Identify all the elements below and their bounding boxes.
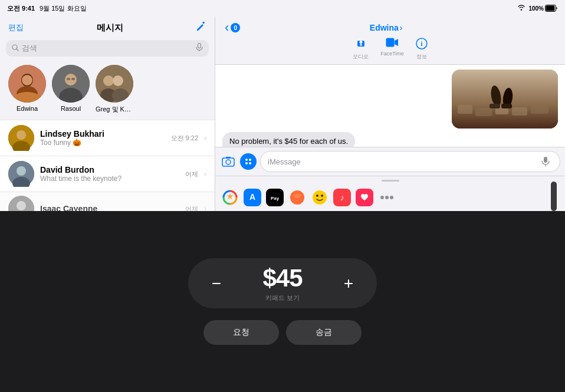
svg-point-25 (17, 166, 26, 176)
info-label: 정보 (416, 53, 427, 61)
chevron-right-icon: › (204, 134, 206, 142)
sidebar-title: 메시지 (97, 22, 123, 34)
pinned-contacts: Edwina Rasoul (0, 61, 215, 120)
svg-rect-48 (226, 157, 231, 159)
strip-genmoji-icon[interactable] (311, 189, 329, 206)
audio-input-button[interactable] (538, 154, 553, 169)
decrement-button[interactable]: − (206, 273, 227, 294)
message-name-lindsey: Lindsey Bukhari (40, 129, 165, 139)
bubble-incoming: No problem, it's $45 for each of us. (222, 132, 355, 147)
svg-rect-1 (546, 6, 555, 11)
strip-photos-icon[interactable] (221, 189, 239, 206)
svg-point-31 (359, 41, 362, 44)
pinned-contact-edwina[interactable]: Edwina (8, 65, 46, 114)
svg-point-12 (65, 74, 77, 85)
app-strip-icons: A Pay (215, 186, 565, 211)
svg-text:i: i (421, 40, 422, 47)
facetime-label: FaceTime (380, 51, 404, 57)
message-item-lindsey[interactable]: Lindsey Bukhari Too funny 🎃 오전 9:22 › (0, 120, 215, 156)
chat-action-info[interactable]: i 정보 (416, 38, 428, 61)
imessage-input[interactable]: iMessage (260, 151, 560, 172)
status-date: 9월 15일 화요일 (40, 4, 86, 13)
svg-point-15 (71, 78, 75, 80)
avatar-edwina (8, 65, 46, 103)
svg-rect-45 (501, 104, 512, 108)
svg-point-51 (245, 162, 248, 164)
contact-name-greg-kevin: Greg 및 Kevin (96, 105, 133, 114)
svg-rect-40 (512, 107, 527, 116)
svg-point-67 (390, 196, 393, 199)
contact-name-edwina: Edwina (17, 105, 38, 112)
list-avatar-lindsey (8, 125, 34, 151)
chat-header: ‹ 0 Edwina › (215, 17, 565, 65)
amount-hint[interactable]: 키패드 보기 (265, 294, 300, 302)
app-strip (215, 176, 565, 186)
list-avatar-david (8, 161, 34, 187)
svg-point-52 (249, 162, 251, 164)
strip-heart-icon[interactable] (356, 189, 373, 206)
svg-point-20 (112, 88, 129, 103)
apple-pay-panel: − $45 키패드 보기 + 요청 송금 (0, 211, 565, 392)
message-content-david: David Burdon What time is the keynote? (40, 165, 179, 183)
input-bar: iMessage (215, 147, 565, 176)
message-item-david[interactable]: David Burdon What time is the keynote? 어… (0, 156, 215, 192)
svg-point-62 (316, 195, 318, 197)
svg-rect-46 (222, 158, 234, 166)
svg-rect-44 (490, 104, 500, 108)
back-badge: 0 (231, 23, 240, 32)
svg-point-22 (17, 130, 26, 140)
strip-game-icon[interactable] (288, 189, 306, 206)
status-time: 오전 9:41 (7, 4, 35, 13)
camera-button[interactable] (220, 153, 236, 170)
battery-icon: 100% (528, 5, 558, 12)
svg-point-14 (67, 78, 70, 80)
compose-button[interactable] (196, 21, 206, 34)
svg-rect-37 (458, 105, 472, 114)
avatar-rasoul (52, 65, 90, 103)
contact-name-rasoul: Rasoul (61, 105, 81, 112)
svg-rect-53 (544, 157, 547, 163)
svg-rect-41 (531, 105, 548, 114)
chat-action-audio[interactable]: 오디오 (353, 38, 369, 61)
mic-icon (196, 43, 203, 54)
status-bar: 오전 9:41 9월 15일 화요일 100% (0, 0, 565, 17)
chat-contact[interactable]: Edwina › (370, 23, 403, 32)
message-preview-david: What time is the keynote? (40, 174, 179, 183)
svg-point-17 (103, 75, 114, 86)
audio-icon (355, 38, 367, 52)
edit-button[interactable]: 편집 (8, 22, 24, 33)
search-bar[interactable]: 검색 (6, 40, 209, 57)
chevron-right-icon-2: › (204, 170, 206, 178)
svg-rect-38 (475, 108, 492, 116)
chat-action-facetime[interactable]: FaceTime (380, 38, 404, 61)
strip-applepay-icon[interactable]: Pay (266, 189, 284, 206)
svg-point-9 (22, 75, 32, 85)
amount-value: $45 (262, 264, 302, 292)
message-name-david: David Burdon (40, 165, 179, 174)
svg-text:A: A (249, 192, 255, 202)
back-icon: ‹ (225, 20, 229, 35)
svg-rect-33 (386, 38, 395, 47)
drag-handle (382, 180, 399, 182)
request-button[interactable]: 요청 (203, 320, 279, 345)
svg-point-28 (17, 201, 26, 210)
svg-rect-32 (360, 44, 362, 46)
chat-header-top: ‹ 0 Edwina › (225, 20, 556, 35)
strip-appstore-icon[interactable]: A (244, 189, 261, 206)
input-placeholder: iMessage (268, 157, 538, 166)
svg-point-49 (245, 159, 248, 161)
strip-music-icon[interactable]: ♪ (333, 189, 351, 206)
sidebar-header: 편집 메시지 (0, 17, 215, 38)
send-button[interactable]: 송금 (286, 320, 362, 345)
increment-button[interactable]: + (338, 273, 359, 294)
pinned-contact-greg-kevin[interactable]: Greg 및 Kevin (96, 65, 133, 114)
apps-button[interactable] (240, 153, 257, 170)
payment-buttons: 요청 송금 (203, 320, 362, 345)
pinned-contact-rasoul[interactable]: Rasoul (52, 65, 90, 114)
strip-more-icon[interactable] (378, 189, 396, 206)
audio-label: 오디오 (353, 53, 369, 61)
back-button[interactable]: ‹ 0 (225, 20, 240, 35)
svg-point-61 (313, 190, 327, 205)
svg-text:Pay: Pay (271, 196, 280, 201)
chat-panel: ‹ 0 Edwina › (215, 17, 565, 211)
